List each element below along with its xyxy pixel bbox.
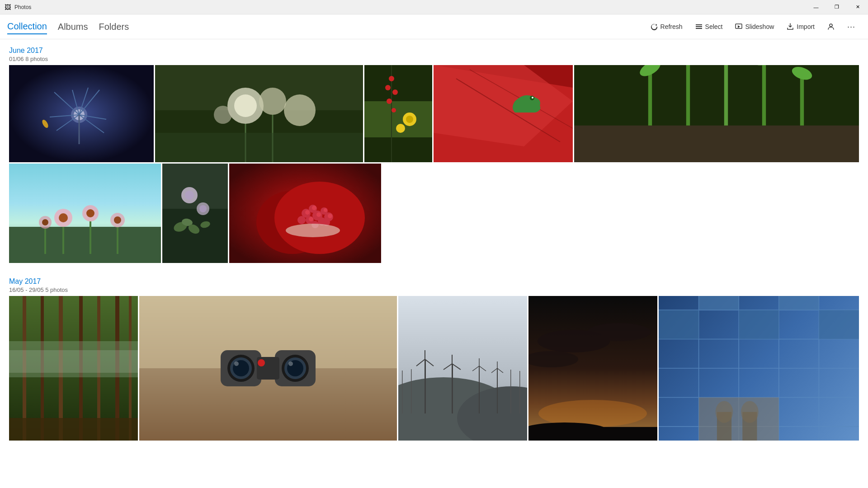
svg-point-24 [214, 106, 232, 124]
photo-coneflower[interactable] [9, 164, 161, 263]
section-header-may: May 2017 16/05 - 29/05 5 photos [9, 277, 859, 293]
photo-wildflower[interactable] [155, 65, 363, 162]
photo-chameleon[interactable] [434, 65, 573, 162]
more-button[interactable]: ··· [842, 19, 861, 34]
slideshow-icon [735, 23, 742, 30]
svg-rect-0 [696, 24, 702, 25]
svg-rect-149 [519, 371, 520, 413]
photo-building[interactable] [659, 296, 859, 441]
tab-folders[interactable]: Folders [99, 20, 129, 34]
select-button[interactable]: Select [690, 20, 728, 33]
photo-thistle[interactable] [9, 65, 154, 162]
svg-point-182 [741, 401, 759, 422]
svg-point-99 [316, 212, 321, 217]
photo-binoculars[interactable] [139, 296, 397, 441]
svg-point-35 [387, 99, 392, 104]
app-title-area: 🖼 Photos [5, 4, 31, 11]
svg-point-71 [114, 216, 121, 224]
content-area: June 2017 01/06 8 photos [0, 39, 868, 488]
svg-point-157 [587, 323, 651, 341]
import-label: Import [797, 23, 815, 30]
svg-point-62 [59, 213, 68, 222]
svg-point-181 [716, 401, 733, 422]
section-title-june: June 2017 [9, 47, 859, 55]
svg-point-65 [86, 209, 94, 217]
minimize-button[interactable]: — [806, 0, 826, 14]
svg-point-32 [389, 76, 394, 81]
svg-rect-144 [497, 368, 498, 413]
svg-point-101 [324, 208, 327, 212]
svg-rect-178 [699, 397, 779, 441]
svg-rect-151 [402, 371, 403, 413]
photo-sunset[interactable] [528, 296, 657, 441]
nav-actions: Refresh Select Slideshow [645, 19, 861, 34]
svg-rect-114 [9, 418, 138, 441]
photo-pomegranate[interactable] [229, 164, 381, 263]
select-label: Select [705, 23, 723, 30]
svg-point-4 [830, 24, 832, 27]
svg-rect-113 [9, 350, 138, 373]
title-bar: 🖼 Photos — ❐ ✕ [0, 0, 868, 14]
svg-rect-2 [696, 28, 702, 29]
window-controls: — ❐ ✕ [806, 0, 868, 14]
svg-rect-140 [479, 366, 480, 413]
photo-windmills[interactable] [398, 296, 527, 441]
svg-point-68 [42, 219, 48, 225]
svg-point-22 [234, 94, 257, 117]
restore-button[interactable]: ❐ [826, 0, 847, 14]
close-button[interactable]: ✕ [847, 0, 868, 14]
tab-albums[interactable]: Albums [58, 20, 88, 34]
svg-point-23 [259, 88, 286, 115]
may-row-1 [9, 296, 859, 441]
app-title: Photos [14, 4, 31, 10]
svg-point-100 [309, 217, 313, 221]
svg-rect-60 [9, 227, 161, 263]
nav-bar: Collection Albums Folders Refresh Select [0, 14, 868, 39]
refresh-icon [651, 23, 658, 30]
svg-point-128 [288, 361, 293, 366]
svg-point-33 [385, 85, 391, 90]
refresh-label: Refresh [660, 23, 683, 30]
account-icon [827, 23, 835, 30]
account-button[interactable] [822, 20, 840, 33]
svg-rect-176 [739, 310, 779, 339]
select-icon [695, 23, 703, 30]
photo-clover[interactable] [162, 164, 228, 263]
slideshow-label: Slideshow [745, 23, 774, 30]
nav-tabs: Collection Albums Folders [7, 19, 129, 34]
svg-rect-132 [425, 359, 426, 413]
svg-rect-74 [162, 209, 228, 263]
svg-point-36 [392, 108, 396, 113]
section-meta-june: 01/06 8 photos [9, 56, 859, 62]
svg-point-97 [305, 210, 310, 215]
svg-rect-174 [779, 296, 819, 310]
slideshow-button[interactable]: Slideshow [730, 20, 779, 33]
svg-point-95 [297, 216, 306, 224]
svg-point-25 [284, 94, 316, 126]
section-header-june: June 2017 01/06 8 photos [9, 47, 859, 62]
svg-point-78 [199, 205, 207, 212]
photo-grid-june [9, 65, 859, 263]
photo-forest[interactable] [9, 296, 138, 441]
photo-berries[interactable] [364, 65, 432, 162]
svg-point-39 [396, 124, 405, 133]
svg-rect-148 [510, 370, 511, 413]
svg-point-127 [234, 361, 239, 366]
tab-collection[interactable]: Collection [7, 19, 47, 34]
svg-point-102 [328, 214, 332, 218]
refresh-button[interactable]: Refresh [645, 20, 688, 33]
svg-point-103 [286, 224, 340, 237]
import-button[interactable]: Import [781, 20, 820, 33]
section-meta-may: 16/05 - 29/05 5 photos [9, 286, 859, 293]
svg-rect-173 [699, 296, 739, 310]
photo-sprouts[interactable] [574, 65, 859, 162]
june-row-1 [9, 65, 859, 162]
svg-point-76 [185, 191, 194, 200]
svg-point-46 [532, 97, 533, 99]
import-icon [787, 23, 794, 30]
svg-point-98 [312, 206, 316, 210]
svg-point-38 [406, 116, 413, 123]
svg-rect-1 [696, 26, 702, 27]
photo-grid-may [9, 296, 859, 441]
june-row-2 [9, 164, 859, 263]
